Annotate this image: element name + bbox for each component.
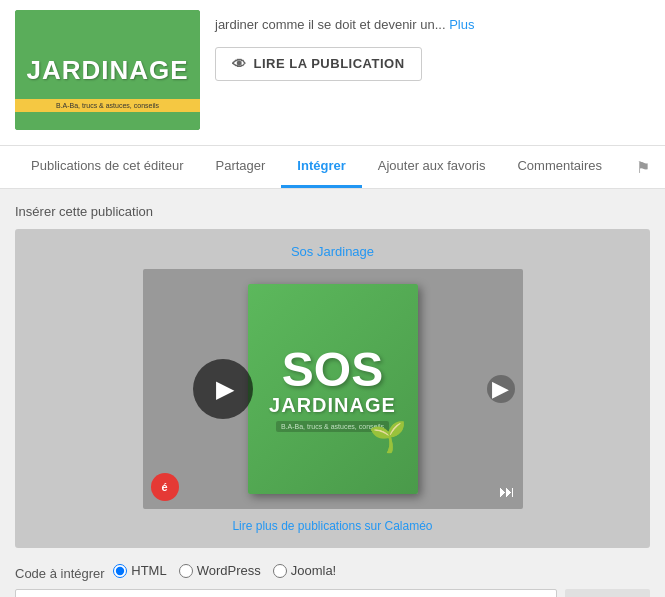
tab-integrer[interactable]: Intégrer: [281, 146, 361, 188]
radio-wordpress-label: WordPress: [197, 563, 261, 578]
tab-favoris[interactable]: Ajouter aux favoris: [362, 146, 502, 188]
code-input[interactable]: [15, 589, 557, 597]
embed-viewer: SOS JARDINAGE B.A-Ba, trucs & astuces, c…: [143, 269, 523, 509]
play-icon: ▶: [216, 375, 234, 403]
radio-wordpress[interactable]: WordPress: [179, 563, 261, 578]
radio-html-input[interactable]: [113, 564, 127, 578]
tabs-bar: Publications de cet éditeur Partager Int…: [0, 145, 665, 189]
radio-html[interactable]: HTML: [113, 563, 166, 578]
radio-joomla-label: Joomla!: [291, 563, 337, 578]
tab-publications[interactable]: Publications de cet éditeur: [15, 146, 199, 188]
code-input-row: COPIER: [15, 589, 650, 598]
description-text: jardiner comme il se doit et devenir un.…: [215, 15, 650, 35]
viewer-book: SOS JARDINAGE B.A-Ba, trucs & astuces, c…: [248, 284, 418, 494]
radio-html-label: HTML: [131, 563, 166, 578]
insert-label: Insérer cette publication: [15, 204, 650, 219]
description-area: jardiner comme il se doit et devenir un.…: [215, 10, 650, 81]
copy-button[interactable]: COPIER: [565, 589, 650, 598]
book-title: JARDINAGE: [26, 55, 188, 86]
embed-preview: Sos Jardinage SOS JARDINAGE B.A-Ba, truc…: [15, 229, 650, 548]
book-cover: JARDINAGE B.A-Ba, trucs & astuces, conse…: [15, 10, 200, 130]
last-page-icon[interactable]: ⏭: [499, 483, 515, 501]
viewer-sos: SOS: [282, 346, 383, 394]
tab-commentaires[interactable]: Commentaires: [501, 146, 618, 188]
radio-group: HTML WordPress Joomla!: [113, 563, 336, 578]
radio-wordpress-input[interactable]: [179, 564, 193, 578]
read-btn-label: LIRE LA PUBLICATION: [254, 56, 405, 71]
main-content: Insérer cette publication Sos Jardinage …: [0, 189, 665, 597]
top-section: JARDINAGE B.A-Ba, trucs & astuces, conse…: [0, 0, 665, 145]
flag-icon[interactable]: ⚑: [636, 158, 650, 177]
plus-link[interactable]: Plus: [449, 17, 474, 32]
radio-joomla-input[interactable]: [273, 564, 287, 578]
embed-title-link[interactable]: Sos Jardinage: [291, 244, 374, 259]
play-button[interactable]: ▶: [193, 359, 253, 419]
viewer-character: 🌱: [368, 409, 408, 464]
embed-footer-link[interactable]: Lire plus de publications sur Calaméo: [232, 519, 432, 533]
code-section: Code à intégrer HTML WordPress Joomla! C…: [15, 563, 650, 597]
next-arrow[interactable]: ▶: [487, 375, 515, 403]
character-icon: 🌱: [369, 419, 406, 454]
book-banner: B.A-Ba, trucs & astuces, conseils: [15, 99, 200, 112]
code-label: Code à intégrer HTML WordPress Joomla!: [15, 563, 650, 581]
tab-partager[interactable]: Partager: [199, 146, 281, 188]
eye-icon: 👁: [232, 56, 247, 72]
calameo-logo: é: [151, 473, 179, 501]
read-publication-button[interactable]: 👁 LIRE LA PUBLICATION: [215, 47, 422, 81]
radio-joomla[interactable]: Joomla!: [273, 563, 337, 578]
